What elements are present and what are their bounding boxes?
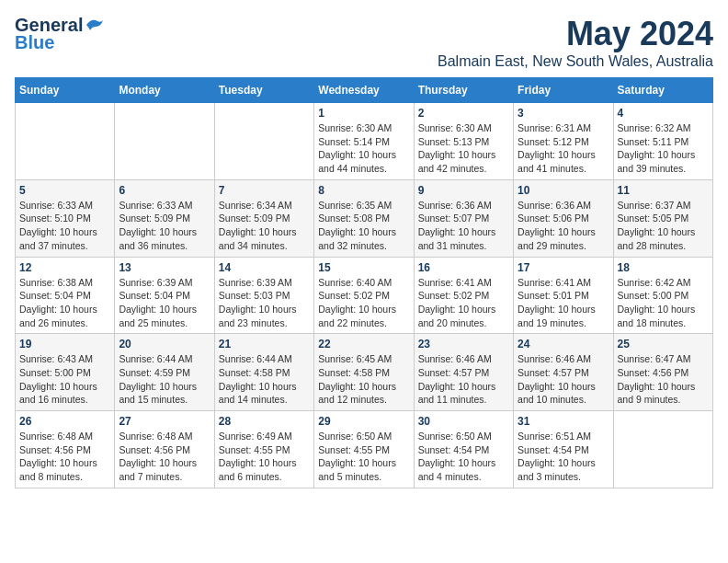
calendar-cell: 22Sunrise: 6:45 AM Sunset: 4:58 PM Dayli… [314, 334, 414, 411]
calendar-day-header: Tuesday [214, 78, 313, 103]
calendar-cell: 8Sunrise: 6:35 AM Sunset: 5:08 PM Daylig… [314, 179, 414, 257]
day-info: Sunrise: 6:50 AM Sunset: 4:55 PM Dayligh… [318, 430, 409, 484]
calendar-cell: 15Sunrise: 6:40 AM Sunset: 5:02 PM Dayli… [314, 257, 414, 334]
page-subtitle: Balmain East, New South Wales, Australia [438, 53, 713, 70]
day-number: 12 [19, 261, 110, 274]
calendar-cell: 31Sunrise: 6:51 AM Sunset: 4:54 PM Dayli… [514, 411, 613, 488]
day-info: Sunrise: 6:40 AM Sunset: 5:02 PM Dayligh… [318, 276, 409, 330]
calendar-header-row: SundayMondayTuesdayWednesdayThursdayFrid… [16, 78, 713, 103]
day-number: 10 [518, 184, 609, 197]
day-number: 1 [318, 107, 409, 120]
day-info: Sunrise: 6:31 AM Sunset: 5:12 PM Dayligh… [518, 121, 609, 176]
day-number: 5 [19, 184, 110, 197]
calendar-cell: 26Sunrise: 6:48 AM Sunset: 4:56 PM Dayli… [16, 411, 115, 488]
calendar-cell: 12Sunrise: 6:38 AM Sunset: 5:04 PM Dayli… [16, 257, 115, 334]
title-block: May 2024 Balmain East, New South Wales, … [438, 15, 713, 70]
calendar-week-row: 26Sunrise: 6:48 AM Sunset: 4:56 PM Dayli… [16, 411, 713, 488]
day-number: 19 [19, 338, 110, 350]
calendar-cell: 1Sunrise: 6:30 AM Sunset: 5:14 PM Daylig… [314, 103, 414, 180]
day-number: 16 [418, 261, 509, 274]
day-info: Sunrise: 6:46 AM Sunset: 4:57 PM Dayligh… [418, 352, 509, 407]
day-info: Sunrise: 6:51 AM Sunset: 4:54 PM Dayligh… [518, 430, 609, 484]
page-title: May 2024 [438, 15, 713, 53]
calendar-cell: 19Sunrise: 6:43 AM Sunset: 5:00 PM Dayli… [16, 334, 115, 411]
day-info: Sunrise: 6:41 AM Sunset: 5:02 PM Dayligh… [418, 276, 509, 330]
logo-blue: Blue [15, 32, 54, 53]
day-info: Sunrise: 6:44 AM Sunset: 4:59 PM Dayligh… [119, 352, 210, 407]
day-number: 31 [518, 415, 609, 428]
logo: General Blue [15, 15, 105, 53]
day-info: Sunrise: 6:42 AM Sunset: 5:00 PM Dayligh… [618, 276, 709, 330]
calendar-cell: 18Sunrise: 6:42 AM Sunset: 5:00 PM Dayli… [613, 257, 712, 334]
day-info: Sunrise: 6:33 AM Sunset: 5:09 PM Dayligh… [119, 199, 210, 253]
day-info: Sunrise: 6:45 AM Sunset: 4:58 PM Dayligh… [318, 352, 409, 407]
day-info: Sunrise: 6:43 AM Sunset: 5:00 PM Dayligh… [19, 352, 110, 407]
calendar-cell: 14Sunrise: 6:39 AM Sunset: 5:03 PM Dayli… [214, 257, 313, 334]
calendar-cell: 30Sunrise: 6:50 AM Sunset: 4:54 PM Dayli… [414, 411, 513, 488]
day-number: 25 [618, 338, 709, 350]
calendar-day-header: Wednesday [314, 78, 414, 103]
calendar-cell: 2Sunrise: 6:30 AM Sunset: 5:13 PM Daylig… [414, 103, 513, 180]
day-info: Sunrise: 6:36 AM Sunset: 5:06 PM Dayligh… [518, 199, 609, 253]
day-number: 28 [219, 415, 310, 428]
day-number: 27 [119, 415, 210, 428]
day-info: Sunrise: 6:36 AM Sunset: 5:07 PM Dayligh… [418, 199, 509, 253]
day-info: Sunrise: 6:39 AM Sunset: 5:03 PM Dayligh… [219, 276, 310, 330]
day-number: 22 [318, 338, 409, 350]
day-info: Sunrise: 6:49 AM Sunset: 4:55 PM Dayligh… [219, 430, 310, 484]
day-number: 7 [219, 184, 310, 197]
calendar-table: SundayMondayTuesdayWednesdayThursdayFrid… [15, 77, 713, 488]
day-number: 18 [618, 261, 709, 274]
calendar-cell: 21Sunrise: 6:44 AM Sunset: 4:58 PM Dayli… [214, 334, 313, 411]
calendar-cell: 16Sunrise: 6:41 AM Sunset: 5:02 PM Dayli… [414, 257, 513, 334]
day-info: Sunrise: 6:50 AM Sunset: 4:54 PM Dayligh… [418, 430, 509, 484]
calendar-cell: 24Sunrise: 6:46 AM Sunset: 4:57 PM Dayli… [514, 334, 613, 411]
calendar-week-row: 1Sunrise: 6:30 AM Sunset: 5:14 PM Daylig… [16, 103, 713, 180]
day-info: Sunrise: 6:30 AM Sunset: 5:13 PM Dayligh… [418, 121, 509, 176]
day-number: 14 [219, 261, 310, 274]
day-info: Sunrise: 6:44 AM Sunset: 4:58 PM Dayligh… [219, 352, 310, 407]
day-number: 4 [618, 107, 709, 120]
day-number: 20 [119, 338, 210, 350]
day-info: Sunrise: 6:41 AM Sunset: 5:01 PM Dayligh… [518, 276, 609, 330]
day-info: Sunrise: 6:48 AM Sunset: 4:56 PM Dayligh… [19, 430, 110, 484]
calendar-cell: 5Sunrise: 6:33 AM Sunset: 5:10 PM Daylig… [16, 179, 115, 257]
day-number: 29 [318, 415, 409, 428]
day-number: 11 [618, 184, 709, 197]
calendar-cell: 3Sunrise: 6:31 AM Sunset: 5:12 PM Daylig… [514, 103, 613, 180]
day-number: 6 [119, 184, 210, 197]
calendar-cell: 11Sunrise: 6:37 AM Sunset: 5:05 PM Dayli… [613, 179, 712, 257]
calendar-cell: 10Sunrise: 6:36 AM Sunset: 5:06 PM Dayli… [514, 179, 613, 257]
page-header: General Blue May 2024 Balmain East, New … [15, 15, 713, 70]
calendar-cell: 27Sunrise: 6:48 AM Sunset: 4:56 PM Dayli… [115, 411, 214, 488]
day-info: Sunrise: 6:39 AM Sunset: 5:04 PM Dayligh… [119, 276, 210, 330]
day-info: Sunrise: 6:46 AM Sunset: 4:57 PM Dayligh… [518, 352, 609, 407]
day-info: Sunrise: 6:38 AM Sunset: 5:04 PM Dayligh… [19, 276, 110, 330]
calendar-cell: 29Sunrise: 6:50 AM Sunset: 4:55 PM Dayli… [314, 411, 414, 488]
day-info: Sunrise: 6:47 AM Sunset: 4:56 PM Dayligh… [618, 352, 709, 407]
calendar-cell: 13Sunrise: 6:39 AM Sunset: 5:04 PM Dayli… [115, 257, 214, 334]
day-number: 8 [318, 184, 409, 197]
calendar-day-header: Sunday [16, 78, 115, 103]
day-info: Sunrise: 6:48 AM Sunset: 4:56 PM Dayligh… [119, 430, 210, 484]
calendar-cell [115, 103, 214, 180]
day-number: 21 [219, 338, 310, 350]
calendar-day-header: Friday [514, 78, 613, 103]
calendar-cell: 7Sunrise: 6:34 AM Sunset: 5:09 PM Daylig… [214, 179, 313, 257]
day-number: 15 [318, 261, 409, 274]
day-number: 23 [418, 338, 509, 350]
calendar-cell: 25Sunrise: 6:47 AM Sunset: 4:56 PM Dayli… [613, 334, 712, 411]
calendar-cell: 6Sunrise: 6:33 AM Sunset: 5:09 PM Daylig… [115, 179, 214, 257]
calendar-day-header: Thursday [414, 78, 513, 103]
calendar-week-row: 12Sunrise: 6:38 AM Sunset: 5:04 PM Dayli… [16, 257, 713, 334]
calendar-day-header: Monday [115, 78, 214, 103]
day-info: Sunrise: 6:30 AM Sunset: 5:14 PM Dayligh… [318, 121, 409, 176]
logo-bird-icon [85, 17, 105, 34]
day-info: Sunrise: 6:34 AM Sunset: 5:09 PM Dayligh… [219, 199, 310, 253]
day-number: 9 [418, 184, 509, 197]
calendar-day-header: Saturday [613, 78, 712, 103]
day-info: Sunrise: 6:35 AM Sunset: 5:08 PM Dayligh… [318, 199, 409, 253]
calendar-cell [613, 411, 712, 488]
day-number: 17 [518, 261, 609, 274]
day-number: 30 [418, 415, 509, 428]
